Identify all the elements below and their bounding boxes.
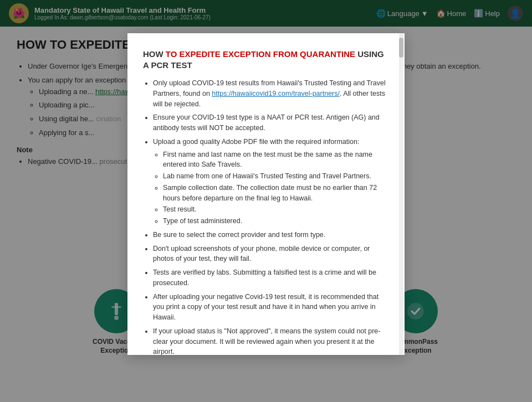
modal-title: HOW TO EXPEDITE EXCEPTION FROM QUARANTIN… (143, 49, 389, 70)
modal-bullet-1: Only upload COVID-19 test results from H… (153, 78, 389, 109)
modal-bullet-8: If your upload status is "Not approved",… (153, 326, 389, 355)
modal-dialog: HOW TO EXPEDITE EXCEPTION FROM QUARANTIN… (127, 33, 405, 355)
modal-bullet-7: After uploading your negative Covid-19 t… (153, 292, 389, 323)
modal-sub-bullet-5: Type of test administered. (163, 216, 389, 226)
modal-bullet-3: Upload a good quality Adobe PDF file wit… (153, 137, 389, 226)
modal-sub-bullet-4: Test result. (163, 204, 389, 215)
modal-scrollbar-thumb (399, 38, 403, 58)
modal-bullet-5: Don't upload screenshots of your phone, … (153, 244, 389, 265)
modal-bullet-list: Only upload COVID-19 test results from H… (143, 78, 389, 355)
modal-sub-bullet-2: Lab name from one of Hawaii's Trusted Te… (163, 171, 389, 182)
modal-sub-list: First name and last name on the test mus… (153, 150, 389, 226)
modal-bullet-4: Be sure to select the correct provider a… (153, 230, 389, 240)
travel-partners-link[interactable]: https://hawaiicovid19.com/travel-partner… (212, 90, 340, 97)
modal-sub-bullet-3: Sample collection date. The collection d… (163, 183, 389, 204)
modal-bullet-2: Ensure your COVID-19 test type is a NAAT… (153, 112, 389, 133)
modal-scrollbar[interactable] (399, 33, 403, 355)
modal-overlay: HOW TO EXPEDITE EXCEPTION FROM QUARANTIN… (0, 0, 532, 378)
modal-sub-bullet-1: First name and last name on the test mus… (163, 150, 389, 171)
modal-bullet-6: Tests are verified by labs. Submitting a… (153, 267, 389, 288)
